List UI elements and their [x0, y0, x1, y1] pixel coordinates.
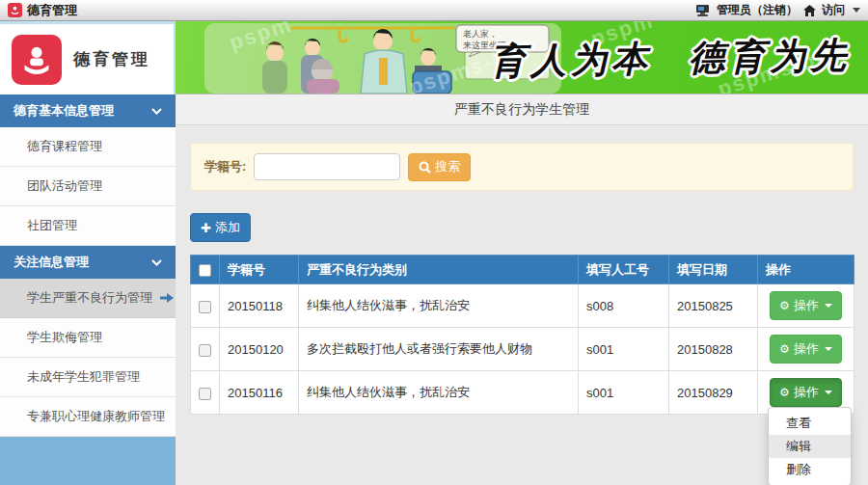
col-fill-date: 填写日期 [669, 256, 758, 284]
table-row: 20150118 纠集他人结伙滋事，扰乱治安 s008 20150825 ⚙ 操… [191, 284, 854, 328]
dropdown-item-view[interactable]: 查看 [769, 412, 851, 435]
sidebar-logo: 德育管理 [0, 21, 176, 94]
row-actions-button[interactable]: ⚙ 操作 [770, 291, 842, 320]
topbar-right: 管理员（注销） 访问 [695, 2, 860, 18]
gear-icon: ⚙ [779, 343, 790, 355]
sidebar-item-serious-misbehavior-mgmt[interactable]: 学生严重不良行为管理 [0, 279, 176, 318]
sidebar-item-label: 社团管理 [27, 217, 77, 234]
sidebar-item-psych-teacher-mgmt[interactable]: 专兼职心理健康教师管理 [0, 397, 176, 437]
caret-down-icon[interactable] [853, 8, 860, 13]
caret-down-icon [825, 304, 832, 308]
caret-down-icon [825, 347, 832, 351]
row-checkbox[interactable] [199, 301, 211, 313]
search-button-label: 搜索 [435, 158, 460, 175]
cell-writer-id: s008 [579, 284, 669, 328]
moral-education-logo-icon [8, 3, 22, 17]
col-category: 严重不良行为类别 [299, 256, 579, 284]
cell-writer-id: s001 [579, 371, 669, 415]
search-icon [419, 161, 431, 174]
row-actions-button[interactable]: ⚙ 操作 [770, 335, 842, 364]
sidebar-item-label: 专兼职心理健康教师管理 [27, 408, 165, 425]
table-row: 20150116 纠集他人结伙滋事，扰乱治安 s001 20150829 ⚙ 操… [191, 371, 854, 415]
sidebar-logo-text: 德育管理 [73, 48, 150, 70]
page-title: 严重不良行为学生管理 [176, 94, 868, 125]
row-checkbox[interactable] [199, 344, 211, 357]
content: 学籍号: 搜索 ✚ 添加 [176, 125, 868, 484]
gear-icon: ⚙ [779, 300, 790, 311]
slogan-part-1: 育人为本 [490, 35, 653, 86]
sidebar-item-label: 团队活动管理 [27, 177, 102, 195]
select-all-checkbox[interactable] [199, 264, 211, 277]
sidebar-section-label: 德育基本信息管理 [14, 102, 114, 120]
sidebar-item-team-activity-mgmt[interactable]: 团队活动管理 [0, 167, 176, 206]
cell-fill-date: 20150828 [669, 328, 758, 371]
caret-down-icon [825, 391, 832, 394]
student-id-input[interactable] [254, 153, 400, 180]
cell-fill-date: 20150829 [669, 371, 758, 415]
sidebar-item-juvenile-crime-mgmt[interactable]: 未成年学生犯罪管理 [0, 358, 176, 397]
col-student-id: 学籍号 [220, 256, 299, 284]
search-button[interactable]: 搜索 [408, 153, 471, 181]
plus-icon: ✚ [201, 221, 211, 235]
sidebar-section-basic-info[interactable]: 德育基本信息管理 [0, 94, 176, 127]
actions-dropdown-menu: 查看 编辑 删除 [768, 407, 852, 485]
dropdown-item-delete[interactable]: 删除 [769, 458, 851, 481]
table-header-row: 学籍号 严重不良行为类别 填写人工号 填写日期 操作 [191, 256, 854, 284]
cell-category: 多次拦截殴打他人或者强行索要他人财物 [299, 328, 579, 371]
app-window: 德育管理 管理员（注销） 访问 德育管理 德育基本信息管理 [0, 0, 868, 485]
brand-title: 德育管理 [27, 2, 77, 19]
banner-slogan: 育人为本 德育为先 [490, 32, 852, 87]
cell-category: 纠集他人结伙滋事，扰乱治安 [299, 371, 579, 415]
sidebar-item-course-mgmt[interactable]: 德育课程管理 [0, 127, 176, 167]
row-actions-button-open[interactable]: ⚙ 操作 [770, 378, 842, 407]
col-actions: 操作 [758, 256, 854, 284]
arrow-right-icon [160, 293, 174, 303]
banner: 老人家， 来这里坐吧。 pspm pspms-bb pspm pspms-bb … [176, 21, 868, 94]
gear-icon: ⚙ [779, 387, 790, 398]
cell-fill-date: 20150825 [669, 284, 758, 328]
table-row: 20150120 多次拦截殴打他人或者强行索要他人财物 s001 2015082… [191, 328, 854, 371]
sidebar-filler [0, 437, 176, 482]
chevron-down-icon [151, 108, 162, 115]
actions-button-label: 操作 [794, 297, 819, 314]
col-writer-id: 填写人工号 [579, 256, 669, 284]
brand: 德育管理 [8, 2, 77, 19]
sidebar-item-label: 未成年学生犯罪管理 [27, 368, 140, 386]
sidebar-item-label: 学生严重不良行为管理 [27, 289, 152, 307]
admin-logout-link[interactable]: 管理员（注销） [717, 2, 798, 18]
topbar: 德育管理 管理员（注销） 访问 [0, 0, 868, 21]
sidebar-item-bullying-mgmt[interactable]: 学生欺侮管理 [0, 318, 176, 358]
visit-link[interactable]: 访问 [822, 2, 845, 18]
home-icon [803, 5, 816, 16]
sidebar-section-focus-info[interactable]: 关注信息管理 [0, 246, 176, 279]
moral-education-logo-icon [12, 35, 62, 85]
sidebar-section-label: 关注信息管理 [14, 254, 89, 271]
slogan-part-2: 德育为先 [689, 32, 852, 83]
sidebar-item-label: 德育课程管理 [27, 138, 102, 155]
cell-writer-id: s001 [579, 328, 669, 371]
search-panel: 学籍号: 搜索 [190, 143, 854, 191]
students-table: 学籍号 严重不良行为类别 填写人工号 填写日期 操作 20150118 纠集他人… [190, 255, 854, 415]
actions-button-label: 操作 [794, 340, 819, 358]
sidebar: 德育管理 德育基本信息管理 德育课程管理 团队活动管理 社团管理 关注信息管理 … [0, 21, 176, 485]
workstation-icon [695, 4, 711, 17]
row-checkbox[interactable] [199, 388, 211, 400]
add-button-label: 添加 [215, 219, 240, 236]
cell-student-id: 20150118 [220, 284, 299, 328]
cell-student-id: 20150120 [220, 328, 299, 371]
main-area: 老人家， 来这里坐吧。 pspm pspms-bb pspm pspms-bb … [176, 21, 868, 485]
cell-category: 纠集他人结伙滋事，扰乱治安 [299, 284, 579, 328]
student-id-label: 学籍号: [204, 158, 246, 175]
cell-student-id: 20150116 [220, 371, 299, 415]
sidebar-item-club-mgmt[interactable]: 社团管理 [0, 206, 176, 246]
dropdown-item-edit[interactable]: 编辑 [769, 435, 851, 458]
add-button[interactable]: ✚ 添加 [190, 213, 251, 242]
chevron-down-icon [151, 259, 162, 266]
actions-button-label: 操作 [794, 384, 819, 401]
sidebar-item-label: 学生欺侮管理 [27, 329, 102, 346]
